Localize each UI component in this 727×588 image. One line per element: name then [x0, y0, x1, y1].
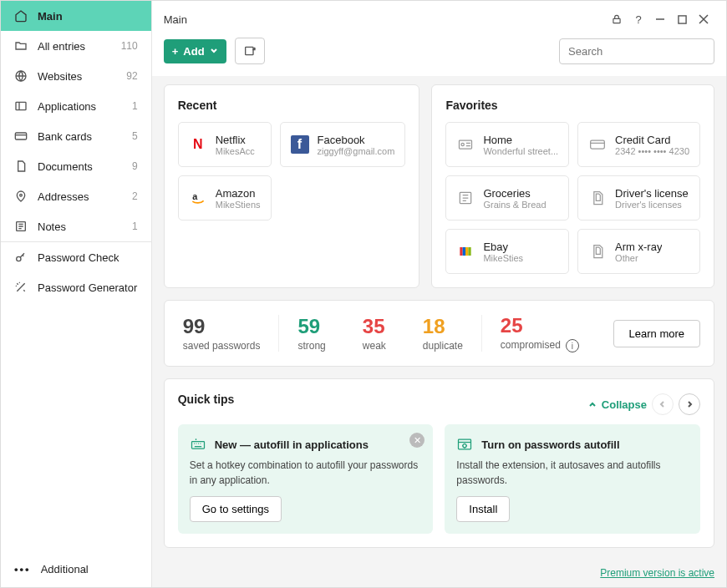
sync-button[interactable] [235, 38, 265, 64]
note-icon [14, 220, 28, 233]
stat-value: 35 [363, 315, 386, 338]
sidebar-item-count: 1 [132, 220, 138, 232]
card-subtitle: Other [615, 253, 662, 263]
sidebar-item-password-generator[interactable]: Password Generator [1, 272, 151, 302]
tip-description: Set a hotkey combination to autofill you… [190, 458, 422, 488]
extension-icon [456, 436, 473, 453]
close-button[interactable] [693, 9, 714, 29]
svg-rect-6 [613, 18, 620, 23]
sidebar-item-label: Bank cards [38, 130, 92, 143]
tips-next-button[interactable] [679, 393, 700, 415]
svg-text:a: a [192, 191, 198, 201]
card-subtitle: 2342 •••• •••• 4230 [615, 146, 689, 156]
favorite-card[interactable]: Arm x-rayOther [577, 229, 700, 274]
sidebar-item-bank-cards[interactable]: Bank cards 5 [1, 121, 151, 151]
tip-card: ✕ New — autofill in applications Set a h… [178, 424, 434, 534]
card-subtitle: Wonderful street... [483, 146, 558, 156]
svg-rect-18 [191, 442, 204, 449]
page-title: Main [164, 13, 606, 26]
search-input[interactable] [559, 38, 714, 64]
sync-icon [243, 44, 257, 58]
card-title: Arm x-ray [615, 241, 662, 253]
sidebar-item-all-entries[interactable]: All entries 110 [1, 31, 151, 61]
tips-title: Quick tips [178, 393, 235, 406]
stat-strong: 59 strong [279, 315, 343, 352]
address-icon [456, 135, 475, 154]
stat-value: 18 [423, 315, 463, 338]
tip-action-button[interactable]: Install [456, 496, 510, 522]
folder-icon [14, 39, 28, 53]
favorite-card[interactable]: EbayMikeSties [445, 229, 569, 274]
toolbar: + Add [152, 34, 726, 76]
sidebar: Main All entries 110 Websites 92 Applica… [1, 1, 152, 587]
sidebar-item-documents[interactable]: Documents 9 [1, 151, 151, 181]
favorite-card[interactable]: HomeWonderful street... [445, 122, 569, 167]
svg-rect-12 [591, 140, 605, 149]
svg-rect-7 [678, 15, 685, 23]
keyboard-icon [190, 436, 206, 453]
card-title: Ebay [483, 241, 523, 253]
sidebar-item-notes[interactable]: Notes 1 [1, 211, 151, 241]
svg-rect-8 [245, 47, 252, 54]
card-subtitle: Driver's licenses [615, 200, 689, 210]
maximize-button[interactable] [671, 9, 693, 29]
stats-panel: 99 saved passwords 59 strong 35 weak 18 [164, 300, 714, 367]
add-button-label: Add [183, 45, 204, 58]
help-button[interactable]: ? [628, 9, 649, 29]
stat-compromised: 25 compromisedi [482, 314, 597, 352]
card-title: Facebook [318, 134, 395, 146]
card-subtitle: ziggyff@gmail.com [318, 146, 395, 156]
premium-link[interactable]: Premium version is active [600, 567, 714, 579]
svg-rect-15 [463, 247, 465, 256]
sidebar-item-addresses[interactable]: Addresses 2 [1, 181, 151, 211]
recent-card[interactable]: f Facebookziggyff@gmail.com [280, 122, 406, 167]
facebook-icon: f [291, 135, 309, 154]
tip-action-button[interactable]: Go to settings [190, 496, 282, 522]
svg-point-11 [461, 143, 464, 145]
apps-icon [14, 99, 28, 113]
card-title: Netflix [216, 134, 255, 146]
sidebar-item-label: Websites [38, 70, 82, 83]
card-icon [588, 135, 607, 154]
tips-prev-button[interactable] [652, 393, 674, 415]
tip-title: Turn on passwords autofill [481, 438, 619, 451]
sidebar-additional[interactable]: ••• Additional [1, 551, 151, 587]
add-button[interactable]: + Add [164, 39, 226, 63]
favorite-card[interactable]: GroceriesGrains & Bread [445, 175, 569, 220]
recent-title: Recent [178, 99, 406, 112]
favorite-card[interactable]: Driver's licenseDriver's licenses [577, 175, 700, 220]
document-icon [588, 242, 607, 261]
key-icon [14, 251, 28, 264]
search-box [559, 38, 714, 64]
recent-card[interactable]: N NetflixMikesAcc [178, 122, 272, 167]
sidebar-item-label: Main [38, 10, 63, 23]
titlebar: Main ? [152, 1, 726, 34]
sidebar-item-label: All entries [38, 40, 85, 53]
sidebar-item-applications[interactable]: Applications 1 [1, 91, 151, 121]
card-title: Home [483, 134, 558, 146]
sidebar-item-main[interactable]: Main [1, 1, 151, 31]
info-icon[interactable]: i [566, 339, 579, 352]
sidebar-item-label: Documents [38, 160, 93, 173]
document-icon [14, 160, 28, 173]
favorite-card[interactable]: Credit Card2342 •••• •••• 4230 [577, 122, 700, 167]
collapse-button[interactable]: Collapse [588, 398, 647, 411]
tip-title: New — autofill in applications [215, 438, 369, 451]
tip-close-button[interactable]: ✕ [409, 433, 425, 448]
sidebar-item-count: 5 [132, 130, 138, 142]
stat-saved: 99 saved passwords [178, 315, 279, 352]
recent-card[interactable]: a AmazonMikeStiens [178, 175, 272, 220]
sidebar-item-count: 1 [132, 100, 138, 112]
sidebar-item-websites[interactable]: Websites 92 [1, 61, 151, 91]
minimize-button[interactable] [649, 9, 671, 29]
sidebar-item-password-check[interactable]: Password Check [1, 242, 151, 272]
tip-description: Install the extension, it autosaves and … [456, 458, 689, 488]
recent-panel: Recent N NetflixMikesAcc f Facebookziggy… [164, 84, 420, 288]
lock-button[interactable] [606, 9, 628, 29]
stat-value: 99 [183, 315, 261, 338]
favorites-title: Favorites [445, 99, 700, 112]
svg-rect-16 [465, 247, 468, 256]
svg-rect-17 [469, 247, 471, 256]
learn-more-button[interactable]: Learn more [613, 320, 700, 347]
sidebar-item-label: Password Check [38, 251, 119, 264]
